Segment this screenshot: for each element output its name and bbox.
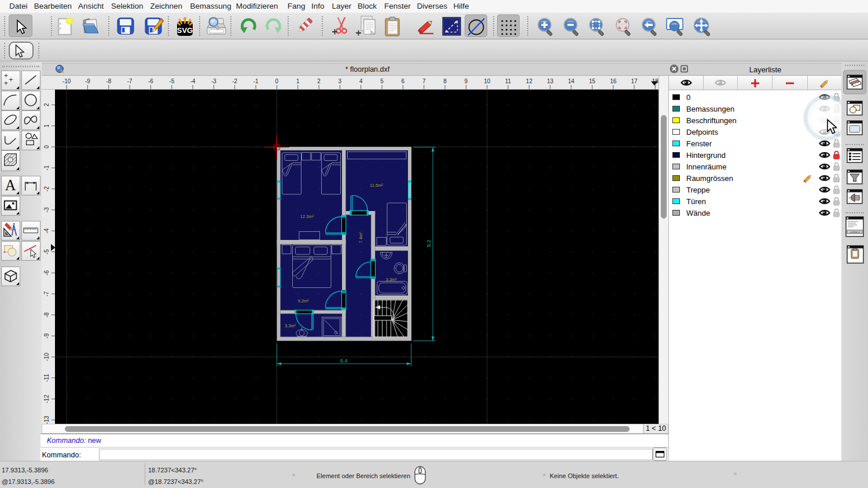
svg-text:-2: -2 [232,78,237,84]
svg-text:-5: -5 [169,78,174,84]
svg-text:-8: -8 [43,312,50,317]
svg-text:12.3m²: 12.3m² [300,214,314,219]
svg-text:-3: -3 [211,78,216,84]
svg-text:4: 4 [359,78,363,84]
svg-text:17: 17 [631,78,638,84]
svg-text:-8: -8 [106,78,111,84]
svg-text:-4: -4 [43,228,50,233]
svg-text:-4: -4 [190,78,196,84]
svg-text:8: 8 [443,78,447,84]
svg-text:SVG: SVG [177,26,193,35]
svg-text:+: + [4,79,8,87]
svg-text:0: 0 [275,78,279,84]
svg-text:-3: -3 [43,207,50,212]
svg-text:-1: -1 [253,78,259,84]
svg-text:5: 5 [380,78,384,84]
svg-text:7: 7 [422,78,426,84]
svg-text:9.2: 9.2 [425,239,432,247]
svg-text:3: 3 [339,78,342,84]
svg-text:14: 14 [568,78,575,84]
svg-text:-7: -7 [43,291,50,296]
svg-text:3.3m²: 3.3m² [285,323,296,328]
svg-text:2: 2 [317,78,321,84]
svg-text:-1: -1 [43,165,50,170]
svg-text:7.4m²: 7.4m² [358,232,363,243]
svg-text:15: 15 [589,78,596,84]
svg-text:6.4: 6.4 [340,357,348,364]
svg-text:-6: -6 [43,270,50,275]
svg-text:-10: -10 [43,353,50,361]
svg-text:+: + [9,76,13,84]
svg-text:16: 16 [610,78,617,84]
svg-text:13: 13 [547,78,554,84]
svg-text:A: A [5,177,16,194]
svg-text:-5: -5 [43,249,50,254]
svg-text:9.2m²: 9.2m² [297,298,309,304]
svg-text:6: 6 [402,78,405,84]
svg-text:10: 10 [484,78,491,84]
svg-text:1: 1 [296,78,300,84]
svg-text:command: command [849,231,860,234]
svg-text:-2: -2 [43,186,50,191]
svg-text:-11: -11 [43,374,50,382]
svg-text:9: 9 [465,78,468,84]
svg-text:11: 11 [505,78,512,84]
svg-text:-7: -7 [127,78,133,84]
svg-text:-12: -12 [43,394,50,403]
svg-text:-9: -9 [43,333,50,338]
svg-text:+: + [4,72,8,80]
svg-text:-10: -10 [62,78,71,84]
svg-text:2: 2 [43,103,50,106]
svg-text:11.5m²: 11.5m² [370,183,383,188]
svg-text:1: 1 [43,124,50,127]
svg-text:-9: -9 [85,78,90,84]
svg-text:0: 0 [43,145,50,149]
svg-text:12: 12 [526,78,533,84]
svg-text:3.3m²: 3.3m² [385,277,397,282]
svg-text:-6: -6 [148,78,153,84]
svg-text:-13: -13 [43,416,50,424]
